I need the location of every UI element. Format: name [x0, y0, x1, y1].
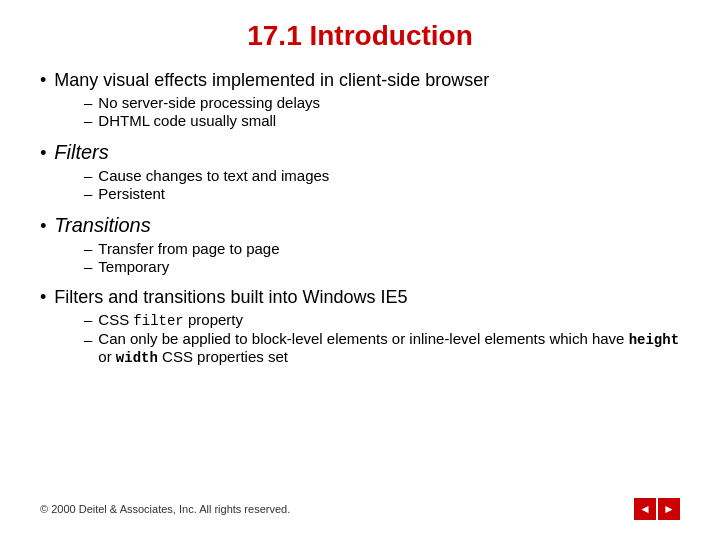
sub-bullets-3: – Transfer from page to page – Temporary: [84, 240, 680, 275]
sub-bullets-2: – Cause changes to text and images – Per…: [84, 167, 680, 202]
bullet-item-3: • Transitions – Transfer from page to pa…: [40, 214, 680, 275]
sub-bullet-1-2: – DHTML code usually small: [84, 112, 680, 129]
bullet-main-2: • Filters: [40, 141, 680, 164]
copyright-text: © 2000 Deitel & Associates, Inc. All rig…: [40, 503, 290, 515]
prev-button[interactable]: ◄: [634, 498, 656, 520]
bullet-item-1: • Many visual effects implemented in cli…: [40, 70, 680, 129]
sub-bullet-1-1: – No server-side processing delays: [84, 94, 680, 111]
slide-title: 17.1 Introduction: [40, 20, 680, 52]
sub-bullet-4-2: – Can only be applied to block-level ele…: [84, 330, 680, 366]
slide: 17.1 Introduction • Many visual effects …: [0, 0, 720, 540]
bullet-dot-3: •: [40, 216, 46, 237]
next-arrow-icon: ►: [663, 503, 675, 515]
sub-bullets-1: – No server-side processing delays – DHT…: [84, 94, 680, 129]
prev-arrow-icon: ◄: [639, 503, 651, 515]
sub-bullet-3-1: – Transfer from page to page: [84, 240, 680, 257]
bullet-text-3: Transitions: [54, 214, 150, 237]
slide-footer: © 2000 Deitel & Associates, Inc. All rig…: [40, 494, 680, 520]
nav-buttons: ◄ ►: [634, 498, 680, 520]
bullet-dot-4: •: [40, 287, 46, 308]
next-button[interactable]: ►: [658, 498, 680, 520]
bullet-text-1: Many visual effects implemented in clien…: [54, 70, 489, 91]
sub-bullet-3-2: – Temporary: [84, 258, 680, 275]
bullet-item-2: • Filters – Cause changes to text and im…: [40, 141, 680, 202]
bullet-dot-1: •: [40, 70, 46, 91]
bullet-main-4: • Filters and transitions built into Win…: [40, 287, 680, 308]
sub-bullet-2-2: – Persistent: [84, 185, 680, 202]
bullet-text-4: Filters and transitions built into Windo…: [54, 287, 407, 308]
bullet-item-4: • Filters and transitions built into Win…: [40, 287, 680, 366]
sub-bullets-4: – CSS filter property – Can only be appl…: [84, 311, 680, 366]
sub-bullet-4-1: – CSS filter property: [84, 311, 680, 329]
bullet-dot-2: •: [40, 143, 46, 164]
bullet-main-3: • Transitions: [40, 214, 680, 237]
bullet-text-2: Filters: [54, 141, 108, 164]
slide-content: • Many visual effects implemented in cli…: [40, 70, 680, 484]
sub-bullet-2-1: – Cause changes to text and images: [84, 167, 680, 184]
bullet-main-1: • Many visual effects implemented in cli…: [40, 70, 680, 91]
